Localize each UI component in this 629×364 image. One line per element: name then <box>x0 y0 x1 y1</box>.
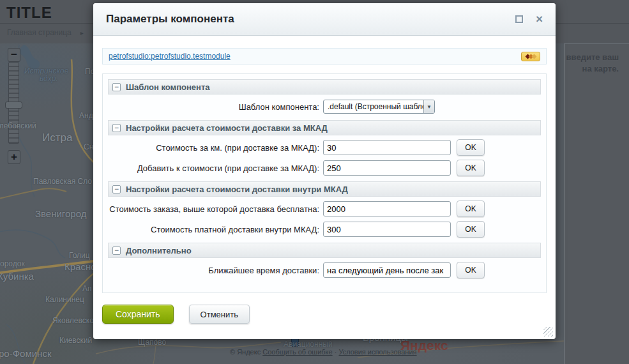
map-label: Голиц <box>69 251 90 260</box>
ok-button[interactable]: OK <box>457 160 485 176</box>
map-label: вдхр. <box>40 74 58 83</box>
param-row: Стоимость за км. (при доставке за МКАД):… <box>108 139 541 156</box>
map-label: ородок <box>0 259 25 268</box>
ok-button[interactable]: OK <box>457 221 485 238</box>
dialog-header[interactable]: Параметры компонента × <box>93 3 556 36</box>
map-zoom-slider-handle[interactable] <box>5 102 22 109</box>
resize-grip[interactable] <box>543 327 553 337</box>
map-label: Сн <box>84 142 93 151</box>
section-title: Дополнительно <box>126 246 192 255</box>
collapse-minus-icon[interactable]: − <box>112 83 121 91</box>
close-icon[interactable]: × <box>536 15 543 24</box>
map-label: Калининец <box>45 295 84 304</box>
map-label: Истра <box>42 132 72 144</box>
save-button[interactable]: Сохранить <box>102 305 174 324</box>
chevron-down-icon[interactable]: ▼ <box>423 100 434 113</box>
sidebar-hint-text: введите ваш на карте. <box>557 52 619 75</box>
breadcrumb-arrow-icon: ▸ <box>80 29 84 36</box>
param-input[interactable] <box>323 140 451 155</box>
component-params-dialog: Параметры компонента × petrofstudio:petr… <box>93 3 556 339</box>
collapse-minus-icon[interactable]: − <box>112 246 121 255</box>
map-label: Анд <box>79 111 93 120</box>
param-label: Стоимость платной доставки внутри МКАД: <box>108 225 323 234</box>
map-label: Красно <box>64 261 96 272</box>
param-input[interactable] <box>323 262 451 278</box>
param-row: Стоимость заказа, выше которой доставка … <box>108 201 541 217</box>
collapse-minus-icon[interactable]: − <box>112 185 121 193</box>
map-label: Павловская Сло <box>33 177 92 186</box>
breadcrumb: Главная страница ▸ pet <box>7 28 103 37</box>
section-header[interactable]: − Шаблон компонента <box>108 79 541 95</box>
page-title: TITLE <box>6 4 52 22</box>
dialog-footer: Сохранить Отменить <box>102 305 547 324</box>
section-title: Настройки расчета стоимости доставки за … <box>126 123 328 133</box>
param-input[interactable] <box>323 201 451 216</box>
map-label: Киевский <box>59 336 92 345</box>
collapse-minus-icon[interactable]: − <box>112 124 121 132</box>
param-label: Ближайшее время доставки: <box>108 266 323 275</box>
copyright-text: © Яндекс <box>230 348 261 356</box>
dialog-body: petrofstudio:petrofstudio.testmodule − Ш… <box>93 36 556 324</box>
param-row: Добавить к стоимости (при доставке за МК… <box>108 160 541 176</box>
map-label: Кубинка <box>0 271 34 282</box>
section-title: Настройки расчета стоимости доставки вну… <box>126 185 348 194</box>
params-section: − Дополнительно Ближайшее время доставки… <box>108 243 541 278</box>
component-link[interactable]: petrofstudio:petrofstudio.testmodule <box>109 52 231 61</box>
template-select[interactable]: .default (Встроенный шаблон) ▼ <box>323 100 435 114</box>
params-section: − Настройки расчета стоимости доставки в… <box>108 181 541 238</box>
section-header[interactable]: − Настройки расчета стоимости доставки з… <box>108 120 541 135</box>
param-row: Шаблон компонента: .default (Встроенный … <box>108 98 541 115</box>
map-label: Яковлевское <box>52 316 98 325</box>
right-sidebar: введите ваш на карте. <box>564 43 629 364</box>
dialog-title: Параметры компонента <box>106 13 515 26</box>
map-zoom-out-button[interactable]: − <box>8 48 20 62</box>
map-label: ро-Фоминск <box>0 348 51 359</box>
ok-button[interactable]: OK <box>457 262 485 278</box>
select-value: .default (Встроенный шаблон) <box>324 100 423 113</box>
map-label: Звенигород <box>35 208 86 219</box>
section-header[interactable]: − Дополнительно <box>108 243 541 258</box>
map-zoom-in-button[interactable]: + <box>8 150 20 164</box>
param-row: Ближайшее время доставки: OK <box>108 262 541 278</box>
params-box: − Шаблон компонента Шаблон компонента: .… <box>102 73 547 293</box>
section-title: Шаблон компонента <box>126 82 210 92</box>
cancel-button[interactable]: Отменить <box>189 305 250 324</box>
param-label: Стоимость за км. (при доставке за МКАД): <box>108 143 323 153</box>
maximize-icon[interactable] <box>515 15 523 23</box>
component-link-row: petrofstudio:petrofstudio.testmodule <box>102 48 547 64</box>
map-label: Глебовский <box>0 121 36 130</box>
ok-button[interactable]: OK <box>457 201 485 217</box>
param-input[interactable] <box>323 160 451 176</box>
ok-button[interactable]: OK <box>457 139 485 156</box>
map-label: Авиационный <box>284 340 333 349</box>
map-label: Яндекс <box>400 338 448 353</box>
param-label: Стоимость заказа, выше которой доставка … <box>108 204 323 214</box>
component-badge-icon <box>521 52 540 61</box>
report-error-link[interactable]: Сообщить об ошибке <box>262 348 332 356</box>
params-section: − Настройки расчета стоимости доставки з… <box>108 120 541 176</box>
section-header[interactable]: − Настройки расчета стоимости доставки в… <box>108 181 541 197</box>
param-input[interactable] <box>323 222 451 237</box>
params-section: − Шаблон компонента Шаблон компонента: .… <box>108 79 541 115</box>
param-label: Добавить к стоимости (при доставке за МК… <box>108 163 323 173</box>
param-label: Шаблон компонента: <box>108 102 323 112</box>
breadcrumb-home[interactable]: Главная страница <box>7 28 72 37</box>
map-label: Щапово <box>138 338 166 347</box>
param-row: Стоимость платной доставки внутри МКАД: … <box>108 221 541 238</box>
map-label: Ап <box>82 284 92 293</box>
